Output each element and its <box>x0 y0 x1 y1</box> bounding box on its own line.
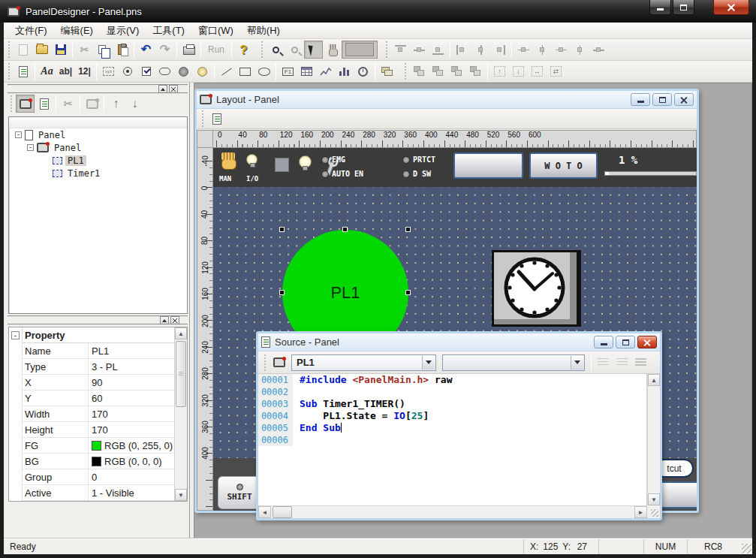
tree-node-label[interactable]: Timer1 <box>65 168 102 179</box>
auto-en-indicator[interactable] <box>321 170 329 178</box>
menu-item[interactable]: 编辑(E) <box>54 23 100 39</box>
code-line[interactable]: 00006 <box>258 434 646 446</box>
selection-handle[interactable] <box>279 290 285 295</box>
bring-to-front-button[interactable] <box>410 62 429 80</box>
d-sw-indicator[interactable] <box>402 170 410 178</box>
redo-button[interactable]: ↷ <box>155 41 174 59</box>
layout-minimize-button[interactable] <box>631 93 650 106</box>
panel-header-strip[interactable]: MAN I/O EMG AUTO EN PRTCT D SW W O T O 1… <box>213 148 697 187</box>
tree-node[interactable]: - Panel <box>9 141 187 154</box>
cut-object-button[interactable]: ✂ <box>59 95 77 113</box>
help-button[interactable]: ? <box>234 41 253 59</box>
collapse-category-button[interactable]: - <box>11 331 20 339</box>
ellipse-tool-button[interactable] <box>255 62 273 80</box>
property-value[interactable]: 0 <box>89 472 174 483</box>
property-row[interactable]: Group 0 <box>23 469 174 485</box>
fkey-tool-button[interactable]: F1 <box>279 62 297 80</box>
align-center-button[interactable] <box>471 41 490 59</box>
tree-expander[interactable]: - <box>15 131 22 138</box>
menu-item[interactable]: 文件(F) <box>8 23 54 39</box>
tree-node[interactable]: Timer1 <box>9 167 187 179</box>
cut-button[interactable]: ✂ <box>75 41 94 59</box>
code-line[interactable]: 00005End Sub <box>258 422 646 434</box>
property-row[interactable]: Type 3 - PL <box>23 359 174 375</box>
align-bottom-button[interactable] <box>429 41 447 59</box>
undo-button[interactable]: ↶ <box>137 41 155 59</box>
pan-tool-button[interactable] <box>323 41 342 59</box>
code-line[interactable]: 00004 PL1.State = IO[25] <box>258 410 646 422</box>
button-tool-button[interactable] <box>155 62 174 80</box>
same-width-button[interactable] <box>514 41 533 59</box>
property-value[interactable]: PL1 <box>89 345 174 357</box>
source-view-button[interactable] <box>35 95 53 113</box>
move-up-button[interactable]: ↑ <box>107 95 125 113</box>
layout-maximize-button[interactable] <box>652 93 672 106</box>
property-row[interactable]: Name PL1 <box>23 343 174 359</box>
trend-tool-button[interactable] <box>316 62 335 80</box>
nudge-down-button[interactable]: ↓ <box>509 62 528 80</box>
copy-button[interactable] <box>94 41 113 59</box>
table-tool-button[interactable] <box>297 62 316 80</box>
source-minimize-button[interactable] <box>594 336 613 348</box>
property-row[interactable]: Y 60 <box>23 391 174 406</box>
textbox-tool-button[interactable]: ab| <box>56 62 75 80</box>
indent-button[interactable] <box>594 354 613 372</box>
property-row[interactable]: X 90 <box>23 375 174 391</box>
collapse-pane-button[interactable] <box>158 85 167 93</box>
tree-node-label[interactable]: Panel <box>36 130 68 140</box>
mode-button[interactable] <box>342 41 378 59</box>
minimize-button[interactable] <box>649 0 671 15</box>
property-category-header[interactable]: Property <box>23 327 174 343</box>
property-pane-gripbar[interactable] <box>8 315 188 325</box>
code-line[interactable]: 00002 <box>258 386 646 398</box>
source-maximize-button[interactable] <box>616 336 635 348</box>
align-middle-button[interactable] <box>410 41 429 59</box>
tree-pane-gripbar[interactable] <box>8 84 188 94</box>
menu-item[interactable]: 帮助(H) <box>240 23 287 39</box>
scrollbar-thumb[interactable] <box>176 341 186 407</box>
maximize-button[interactable] <box>673 0 694 15</box>
rect-tool-button[interactable] <box>236 62 255 80</box>
statusbar-resize-grip[interactable] <box>742 544 751 553</box>
panel-view-button[interactable] <box>16 95 35 113</box>
close-pane-button[interactable] <box>169 85 178 93</box>
fit-both-button[interactable] <box>589 41 608 59</box>
radio-tool-button[interactable] <box>118 62 137 80</box>
tree-node-label[interactable]: PL1 <box>65 155 86 166</box>
save-button[interactable] <box>51 41 70 59</box>
indicator-square[interactable] <box>275 158 289 172</box>
tree-node[interactable]: - Panel <box>9 128 187 141</box>
clipped-panel-button[interactable] <box>658 481 697 508</box>
scroll-down-button[interactable]: ▼ <box>175 489 187 501</box>
manual-hand-icon[interactable] <box>219 152 239 170</box>
new-button[interactable] <box>14 41 32 59</box>
zoom-in-button[interactable] <box>267 41 285 59</box>
project-tree[interactable]: - Panel - Panel <box>8 116 188 314</box>
close-button[interactable] <box>713 0 749 15</box>
checkbox-tool-button[interactable] <box>137 62 155 80</box>
line-tool-button[interactable] <box>217 62 236 80</box>
property-value[interactable]: RGB (0, 255, 0) <box>89 440 174 451</box>
source-title-bar[interactable]: Source - Panel <box>258 333 660 351</box>
window-resize-grip[interactable] <box>647 505 660 518</box>
send-backward-button[interactable] <box>466 62 485 80</box>
stretch-h-button[interactable]: ↔ <box>528 62 547 80</box>
combo-dropdown-icon[interactable] <box>571 356 583 369</box>
print-button[interactable] <box>179 41 198 59</box>
align-top-button[interactable] <box>391 41 410 59</box>
property-value[interactable]: 90 <box>89 377 174 388</box>
nudge-up-button[interactable]: ↑ <box>490 62 509 80</box>
toolbar-grip[interactable] <box>10 95 14 112</box>
prtct-indicator[interactable] <box>402 156 410 164</box>
bar-chart-tool-button[interactable] <box>335 62 354 80</box>
scroll-up-button[interactable]: ▲ <box>175 327 187 339</box>
scroll-left-button[interactable]: ◄ <box>258 506 271 518</box>
code-line[interactable]: 00003Sub Timer1_TIMER() <box>258 398 646 410</box>
menu-item[interactable]: 显示(V) <box>100 23 146 39</box>
editor-hscrollbar[interactable]: ◄ ► <box>258 505 647 518</box>
goto-panel-button[interactable] <box>270 354 288 372</box>
timer-tool-button[interactable] <box>354 62 372 80</box>
run-button[interactable]: Run <box>203 41 229 59</box>
property-row[interactable]: Active 1 - Visible <box>23 485 174 501</box>
swap-button[interactable]: ⇄ <box>547 62 565 80</box>
